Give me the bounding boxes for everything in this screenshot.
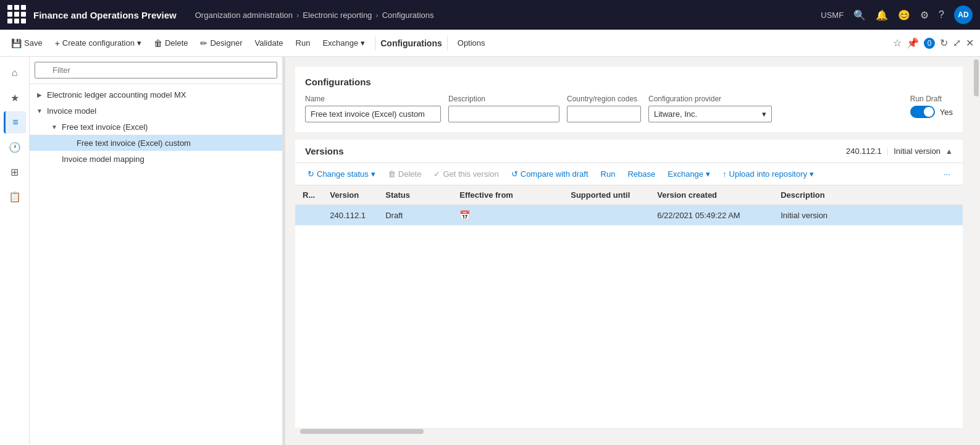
favorites-icon[interactable]: ☆ <box>893 37 902 49</box>
col-header-supported-until: Supported until <box>563 185 650 205</box>
get-version-icon: ✓ <box>433 169 440 179</box>
toolbar-right-icons: ☆ 📌 0 ↻ ⤢ ✕ <box>893 37 974 49</box>
breadcrumb-electronic-reporting[interactable]: Electronic reporting <box>303 11 372 20</box>
run-button[interactable]: Run <box>291 36 316 50</box>
tree-node-free-text-excel[interactable]: ▼ Free text invoice (Excel) <box>30 119 282 135</box>
compare-with-draft-button[interactable]: ↺ Compare with draft <box>506 167 593 181</box>
versions-run-button[interactable]: Run <box>596 167 621 181</box>
exchange-button[interactable]: Exchange ▾ <box>317 36 370 50</box>
compare-icon: ↺ <box>511 169 518 179</box>
get-this-version-button[interactable]: ✓ Get this version <box>429 167 503 181</box>
tree-label-elam: Electronic ledger accounting model MX <box>47 90 186 100</box>
tree-toggle-invoice-model[interactable]: ▼ <box>35 106 44 116</box>
run-draft-field-group: Run Draft Yes <box>910 95 953 118</box>
table-row[interactable]: 240.112.1 Draft 📅 6/22/2021 05:49:22 AM … <box>295 205 963 226</box>
provider-label: Configuration provider <box>648 95 772 103</box>
versions-more-button[interactable]: ··· <box>939 167 955 181</box>
cell-supported-until <box>563 205 650 226</box>
search-icon[interactable]: 🔍 <box>853 9 866 21</box>
run-draft-toggle[interactable] <box>910 106 935 118</box>
filter-wrap: 🔍 <box>35 62 277 78</box>
toggle-thumb <box>924 107 934 117</box>
change-status-button[interactable]: ↻ Change status ▾ <box>303 167 380 181</box>
calendar-icon[interactable]: 📅 <box>459 210 470 220</box>
versions-meta-sep: | <box>887 146 889 156</box>
versions-delete-button[interactable]: 🗑 Delete <box>383 167 427 181</box>
designer-icon: ✏ <box>200 38 207 48</box>
tree-toggle-free-text-excel[interactable]: ▼ <box>49 122 59 132</box>
filter-bar: 🔍 <box>30 57 282 84</box>
face-icon[interactable]: 😊 <box>898 9 910 21</box>
upload-dropdown-icon: ▾ <box>810 169 814 179</box>
options-button[interactable]: Options <box>453 36 490 50</box>
exchange-dropdown-icon: ▾ <box>361 38 365 48</box>
cell-version-created: 6/22/2021 05:49:22 AM <box>650 205 773 226</box>
versions-section: Versions 240.112.1 | Initial version ▲ ↻… <box>295 140 963 435</box>
app-grid-icon[interactable] <box>7 5 27 25</box>
sidebar-list-icon[interactable]: ≡ <box>4 111 26 134</box>
country-label: Country/region codes <box>567 95 641 103</box>
tree-toggle-elam[interactable]: ▶ <box>35 90 44 100</box>
tree-toggle-free-text-excel-custom <box>64 138 74 148</box>
main-toolbar: 💾 Save + Create configuration ▾ 🗑 Delete… <box>0 30 980 57</box>
designer-button[interactable]: ✏ Designer <box>195 36 247 51</box>
upload-into-repository-button[interactable]: ↑ Upload into repository ▾ <box>718 167 819 181</box>
run-draft-value: Yes <box>940 108 953 117</box>
versions-table: R... Version Status Effective from Suppo… <box>295 185 963 428</box>
bell-icon[interactable]: 🔔 <box>876 9 888 21</box>
description-field-group: Description <box>448 95 559 122</box>
filter-input[interactable] <box>35 62 277 78</box>
avatar[interactable]: AD <box>954 6 973 24</box>
horizontal-scroll-thumb[interactable] <box>300 429 424 434</box>
breadcrumb-configurations[interactable]: Configurations <box>382 11 434 20</box>
versions-meta: 240.112.1 | Initial version ▲ <box>846 146 953 156</box>
provider-field-group: Configuration provider Litware, Inc. ▾ <box>648 95 772 122</box>
sidebar-home-icon[interactable]: ⌂ <box>4 62 26 84</box>
tree-node-elam[interactable]: ▶ Electronic ledger accounting model MX <box>30 87 282 103</box>
sidebar-grid-icon[interactable]: ⊞ <box>4 161 26 183</box>
versions-title: Versions <box>305 146 846 156</box>
tree-node-free-text-excel-custom[interactable]: Free text invoice (Excel) custom <box>30 135 282 151</box>
main-layout: ⌂ ★ ≡ 🕐 ⊞ 📋 🔍 ▶ Electronic ledger accoun… <box>0 57 980 445</box>
name-input[interactable] <box>305 106 441 122</box>
versions-exchange-button[interactable]: Exchange ▾ <box>663 167 715 181</box>
save-button[interactable]: 💾 Save <box>6 36 48 51</box>
badge-icon: 0 <box>924 38 935 49</box>
tree-panel: 🔍 ▶ Electronic ledger accounting model M… <box>30 57 283 445</box>
rebase-button[interactable]: Rebase <box>622 167 660 181</box>
col-header-r: R... <box>295 185 322 205</box>
open-new-icon[interactable]: ⤢ <box>953 37 961 49</box>
tree-label-invoice-model-mapping: Invoice model mapping <box>62 155 144 164</box>
create-configuration-button[interactable]: + Create configuration ▾ <box>50 36 146 51</box>
config-section: Configurations Name Description Country/… <box>295 67 963 132</box>
app-title: Finance and Operations Preview <box>33 10 177 20</box>
provider-select[interactable]: Litware, Inc. ▾ <box>648 106 772 122</box>
versions-table-header: R... Version Status Effective from Suppo… <box>295 185 963 205</box>
sidebar-report-icon[interactable]: 📋 <box>4 185 26 208</box>
tree-node-invoice-model-mapping[interactable]: Invoice model mapping <box>30 151 282 167</box>
delete-button[interactable]: 🗑 Delete <box>149 36 193 51</box>
validate-button[interactable]: Validate <box>250 36 288 50</box>
country-input[interactable] <box>567 106 641 122</box>
config-title: Configurations <box>305 77 953 87</box>
pin-icon[interactable]: 📌 <box>907 37 919 49</box>
description-input[interactable] <box>448 106 559 122</box>
close-icon[interactable]: ✕ <box>966 37 974 49</box>
help-icon[interactable]: ? <box>939 9 944 20</box>
right-scrollbar[interactable] <box>973 57 980 445</box>
top-bar-right: USMF 🔍 🔔 😊 ⚙ ? AD <box>821 6 973 24</box>
tree-label-free-text-excel-custom: Free text invoice (Excel) custom <box>77 138 191 148</box>
refresh-icon[interactable]: ↻ <box>940 37 948 49</box>
trash-icon: 🗑 <box>154 38 162 48</box>
sidebar-clock-icon[interactable]: 🕐 <box>4 136 26 158</box>
sidebar-star-icon[interactable]: ★ <box>4 87 26 109</box>
config-fields: Name Description Country/region codes Co… <box>305 95 953 122</box>
upload-icon: ↑ <box>722 169 727 179</box>
versions-delete-icon: 🗑 <box>388 169 396 179</box>
company-label: USMF <box>821 11 844 20</box>
breadcrumb-org-admin[interactable]: Organization administration <box>195 11 293 20</box>
versions-collapse-icon[interactable]: ▲ <box>945 147 953 156</box>
settings-icon[interactable]: ⚙ <box>920 9 929 21</box>
tree-node-invoice-model[interactable]: ▼ Invoice model <box>30 103 282 119</box>
horizontal-scrollbar[interactable] <box>295 428 963 435</box>
